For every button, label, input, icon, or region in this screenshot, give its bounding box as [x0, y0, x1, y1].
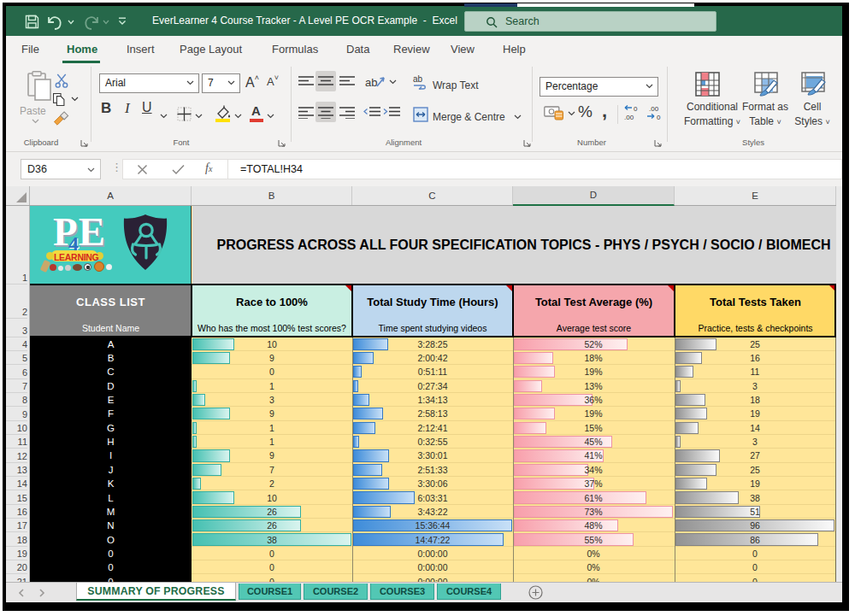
- svg-text:.00: .00: [624, 114, 634, 121]
- svg-text:0: 0: [634, 105, 638, 113]
- svg-text:0: 0: [657, 114, 661, 121]
- svg-text:.00: .00: [649, 105, 659, 113]
- svg-text:ab: ab: [413, 74, 423, 84]
- svg-text:ab: ab: [365, 76, 377, 89]
